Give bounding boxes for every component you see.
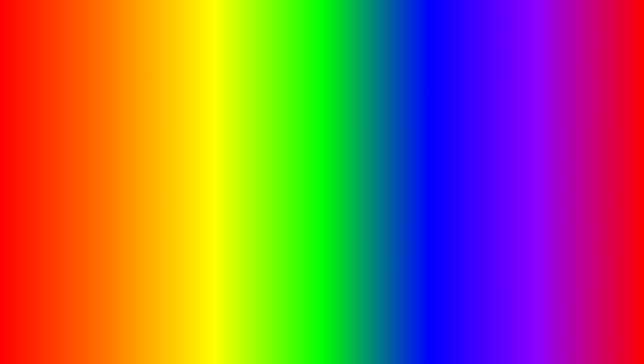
panel1-fps-value: 33: [181, 107, 186, 112]
bf-logo-text: BLOX FRUITS: [566, 317, 609, 340]
auto-awake-label: Auto Awake: [491, 138, 604, 143]
mastery-label: Mastery: [121, 183, 134, 187]
bottom-pastebin: PASTEBIN: [416, 329, 524, 353]
panel2-fps-label: [FPS] :: [582, 107, 594, 112]
divider-line-right: [135, 151, 193, 151]
panel1-sidebar: Main Settings Weapons Race V4 Stats Play…: [28, 131, 59, 215]
bf-logo-fruits: FRUITS: [566, 327, 609, 340]
panel1-logo-letter: 𝔹: [33, 106, 38, 114]
panel-right: 𝔹 BULULUK Blox Fruit Update 18 [Time] : …: [440, 102, 617, 215]
panel2-content: 𝔹 Auto Awake Next Island \\ Law Dungeon …: [473, 131, 616, 215]
panel2-title: Blox Fruit Update 18: [490, 107, 532, 112]
law-dungeon-label: \\ Law Dungeon //: [530, 166, 559, 170]
auto-kill-law-icon: 𝔹: [476, 202, 489, 214]
farm-monster-label: Farm Selected Monster: [77, 172, 184, 177]
panel1-ping-label: [Ping] :: [137, 121, 149, 126]
next-island-button[interactable]: Next Island: [476, 149, 613, 161]
bottom-script: SCRIPT: [330, 329, 409, 353]
auto-kill-law-row: 𝔹 Auto Kill Law: [476, 202, 613, 214]
panel1-appname: ULULUK: [44, 107, 62, 112]
sidebar1-racev4[interactable]: Race V4: [28, 168, 59, 179]
sidebar2-player[interactable]: Player: [441, 191, 473, 203]
bf-logo-blox: BLOX: [573, 317, 602, 327]
start-auto-farm-row: 𝔹 Start Auto Farm: [63, 134, 193, 146]
auto-awake-row: 𝔹 Auto Awake: [476, 134, 613, 146]
bottom-auto-farm: AUTO FARM: [120, 320, 320, 355]
svg-point-10: [34, 120, 39, 125]
panel1-subheader: XxArSendxX Hr(s) : 0 Min(s) : 3 Sec(s) :…: [28, 117, 196, 131]
auto-buy-law-chip-label: Auto Buy Law Chip: [491, 177, 604, 182]
sidebar1-main[interactable]: Main: [28, 133, 59, 144]
panel1-username: XxArSendxX: [45, 121, 71, 126]
svg-point-13: [447, 125, 453, 128]
auto-start-law-dungeon-row: 𝔹 Auto Start Law Dungeon: [476, 188, 613, 200]
panel-left: 𝔹 ULULUK Blox Fruit Update 18 [Time] : 0…: [27, 102, 197, 215]
panel1-header: 𝔹 ULULUK Blox Fruit Update 18 [Time] : 0…: [28, 103, 196, 117]
mastery-divider-line-right: [137, 185, 193, 185]
mastery-divider: Mastery: [63, 183, 193, 187]
law-divider-line-left: [476, 168, 528, 169]
mastery-divider-line-left: [63, 185, 118, 185]
auto-bf-mastery-checkbox[interactable]: [187, 192, 193, 198]
auto-start-law-dungeon-checkbox[interactable]: [607, 191, 613, 197]
sidebar2-teleport[interactable]: Teleport: [441, 203, 473, 214]
panel1-ping-value: 87.031 (15%CV): [153, 121, 183, 126]
panel2-header: 𝔹 BULULUK Blox Fruit Update 18 [Time] : …: [441, 103, 616, 117]
title-container: BLOX FRUITS: [0, 7, 644, 61]
auto-buy-law-chip-checkbox[interactable]: [607, 176, 613, 182]
bf-logo-container: ☠ BLOX FRUITS: [557, 304, 617, 341]
character-svg: [255, 53, 389, 236]
panel1-logo: 𝔹: [31, 105, 40, 114]
other-label: Other: [123, 149, 132, 153]
panel2-subheader: XxArSendxX Hr(s) : 0 Min(s) : 4 Sec(s) :…: [441, 117, 616, 131]
bf-skull-icon: ☠: [583, 305, 592, 317]
panel2-time-label: [Time] :: [541, 107, 554, 112]
other-divider: Other: [63, 149, 193, 153]
law-divider-line-right: [562, 168, 613, 169]
panel2-time-value: 08:13:02: [558, 107, 574, 112]
auto-awake-icon: 𝔹: [476, 134, 489, 146]
bottom-text-container: AUTO FARM SCRIPT PASTEBIN: [0, 319, 644, 356]
title-blox: BLOX: [154, 7, 294, 60]
panel2-avatar: [445, 118, 455, 129]
panel2-username: XxArSendxX: [459, 121, 485, 126]
deco-green: [69, 254, 109, 295]
sidebar1-weapons[interactable]: Weapons: [28, 156, 59, 168]
panel2-logo-letter: 𝔹: [447, 106, 452, 114]
select-monster-arrow: ▼: [185, 158, 189, 163]
sidebar1-player[interactable]: Player: [28, 191, 59, 203]
svg-point-11: [33, 125, 40, 128]
sidebar1-settings[interactable]: Settings: [28, 144, 59, 156]
auto-bf-mastery-icon: 𝔹: [63, 189, 75, 201]
panel2-fps-value: 30: [598, 107, 602, 112]
panel1-title: Blox Fruit Update 18: [73, 107, 115, 112]
panel1-body: Main Settings Weapons Race V4 Stats Play…: [28, 131, 196, 215]
select-monster-row[interactable]: Select Monster : ▼: [63, 156, 193, 165]
sidebar2-weapons[interactable]: Weapons: [441, 156, 473, 168]
title-fruits: FRUITS: [306, 7, 491, 60]
svg-point-12: [448, 120, 452, 125]
sidebar2-stats[interactable]: Stats: [441, 179, 473, 191]
start-auto-farm-checkbox[interactable]: [187, 137, 193, 143]
auto-awake-checkbox[interactable]: [607, 137, 613, 143]
sidebar1-teleport[interactable]: Teleport: [28, 203, 59, 214]
start-auto-farm-label: Start Auto Farm: [77, 138, 184, 143]
sidebar2-racev4[interactable]: Race V4: [441, 168, 473, 179]
sidebar2-main[interactable]: Main: [441, 133, 473, 144]
panel2-appname: BULULUK: [458, 107, 479, 112]
auto-kill-law-checkbox[interactable]: [607, 205, 613, 211]
sidebar2-settings[interactable]: Settings: [441, 144, 473, 156]
auto-start-law-dungeon-icon: 𝔹: [476, 188, 489, 200]
auto-bf-mastery-row: 𝔹 Auto BF Mastery: [63, 189, 193, 201]
panel1-hrs: Hr(s) : 0 Min(s) : 3 Sec(s) : 58: [78, 121, 130, 126]
sidebar1-stats[interactable]: Stats: [28, 179, 59, 191]
bf-logo-box: ☠ BLOX FRUITS: [557, 304, 617, 341]
panel2-sidebar: Main Settings Weapons Race V4 Stats Play…: [441, 131, 473, 215]
auto-buy-law-chip-row: 𝔹 Auto Buy Law Chip: [476, 173, 613, 185]
panel1-fps-label: [FPS] :: [165, 107, 177, 112]
panel1-avatar: [31, 118, 42, 129]
panel2-body: Main Settings Weapons Race V4 Stats Play…: [441, 131, 616, 215]
panel2-ping-value: 83.8054 (24%CV): [567, 121, 598, 126]
energy-ball: [289, 258, 355, 311]
farm-monster-checkbox[interactable]: [187, 171, 193, 177]
